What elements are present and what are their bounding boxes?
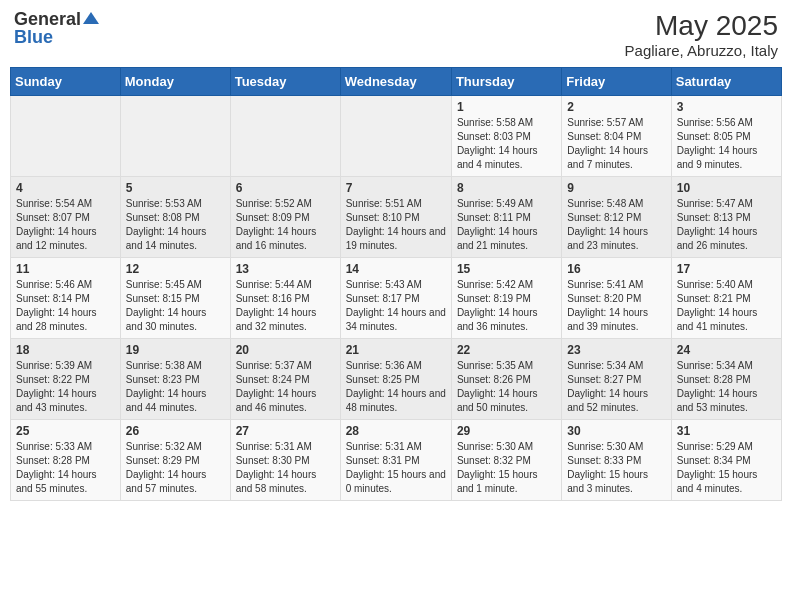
day-number: 5 xyxy=(126,181,225,195)
day-detail: Sunrise: 5:38 AM Sunset: 8:23 PM Dayligh… xyxy=(126,359,225,415)
week-row-1: 1Sunrise: 5:58 AM Sunset: 8:03 PM Daylig… xyxy=(11,96,782,177)
day-number: 8 xyxy=(457,181,556,195)
day-header-monday: Monday xyxy=(120,68,230,96)
calendar-cell: 27Sunrise: 5:31 AM Sunset: 8:30 PM Dayli… xyxy=(230,420,340,501)
day-header-friday: Friday xyxy=(562,68,671,96)
day-detail: Sunrise: 5:45 AM Sunset: 8:15 PM Dayligh… xyxy=(126,278,225,334)
day-number: 18 xyxy=(16,343,115,357)
day-number: 14 xyxy=(346,262,446,276)
calendar-cell: 21Sunrise: 5:36 AM Sunset: 8:25 PM Dayli… xyxy=(340,339,451,420)
day-detail: Sunrise: 5:29 AM Sunset: 8:34 PM Dayligh… xyxy=(677,440,776,496)
calendar-cell: 13Sunrise: 5:44 AM Sunset: 8:16 PM Dayli… xyxy=(230,258,340,339)
calendar-cell: 26Sunrise: 5:32 AM Sunset: 8:29 PM Dayli… xyxy=(120,420,230,501)
day-number: 25 xyxy=(16,424,115,438)
day-detail: Sunrise: 5:39 AM Sunset: 8:22 PM Dayligh… xyxy=(16,359,115,415)
calendar-cell xyxy=(11,96,121,177)
day-detail: Sunrise: 5:58 AM Sunset: 8:03 PM Dayligh… xyxy=(457,116,556,172)
logo-general: General xyxy=(14,10,81,28)
day-detail: Sunrise: 5:51 AM Sunset: 8:10 PM Dayligh… xyxy=(346,197,446,253)
day-number: 30 xyxy=(567,424,665,438)
calendar-cell: 9Sunrise: 5:48 AM Sunset: 8:12 PM Daylig… xyxy=(562,177,671,258)
day-number: 2 xyxy=(567,100,665,114)
day-number: 9 xyxy=(567,181,665,195)
day-number: 28 xyxy=(346,424,446,438)
day-header-tuesday: Tuesday xyxy=(230,68,340,96)
day-number: 26 xyxy=(126,424,225,438)
week-row-3: 11Sunrise: 5:46 AM Sunset: 8:14 PM Dayli… xyxy=(11,258,782,339)
calendar-header-row: SundayMondayTuesdayWednesdayThursdayFrid… xyxy=(11,68,782,96)
calendar-cell: 11Sunrise: 5:46 AM Sunset: 8:14 PM Dayli… xyxy=(11,258,121,339)
page-header: General Blue May 2025 Pagliare, Abruzzo,… xyxy=(10,10,782,59)
day-number: 6 xyxy=(236,181,335,195)
day-number: 4 xyxy=(16,181,115,195)
calendar-cell xyxy=(120,96,230,177)
calendar-cell: 19Sunrise: 5:38 AM Sunset: 8:23 PM Dayli… xyxy=(120,339,230,420)
day-detail: Sunrise: 5:30 AM Sunset: 8:33 PM Dayligh… xyxy=(567,440,665,496)
day-number: 7 xyxy=(346,181,446,195)
day-detail: Sunrise: 5:44 AM Sunset: 8:16 PM Dayligh… xyxy=(236,278,335,334)
day-detail: Sunrise: 5:37 AM Sunset: 8:24 PM Dayligh… xyxy=(236,359,335,415)
day-detail: Sunrise: 5:31 AM Sunset: 8:31 PM Dayligh… xyxy=(346,440,446,496)
day-detail: Sunrise: 5:56 AM Sunset: 8:05 PM Dayligh… xyxy=(677,116,776,172)
day-number: 17 xyxy=(677,262,776,276)
day-detail: Sunrise: 5:47 AM Sunset: 8:13 PM Dayligh… xyxy=(677,197,776,253)
calendar-cell: 7Sunrise: 5:51 AM Sunset: 8:10 PM Daylig… xyxy=(340,177,451,258)
day-detail: Sunrise: 5:30 AM Sunset: 8:32 PM Dayligh… xyxy=(457,440,556,496)
day-number: 11 xyxy=(16,262,115,276)
day-detail: Sunrise: 5:53 AM Sunset: 8:08 PM Dayligh… xyxy=(126,197,225,253)
title-area: May 2025 Pagliare, Abruzzo, Italy xyxy=(625,10,778,59)
day-header-wednesday: Wednesday xyxy=(340,68,451,96)
logo-text: General Blue xyxy=(14,10,99,46)
day-detail: Sunrise: 5:32 AM Sunset: 8:29 PM Dayligh… xyxy=(126,440,225,496)
day-number: 23 xyxy=(567,343,665,357)
logo: General Blue xyxy=(14,10,99,46)
logo-blue: Blue xyxy=(14,27,53,47)
calendar-cell: 17Sunrise: 5:40 AM Sunset: 8:21 PM Dayli… xyxy=(671,258,781,339)
calendar-table: SundayMondayTuesdayWednesdayThursdayFrid… xyxy=(10,67,782,501)
calendar-cell: 16Sunrise: 5:41 AM Sunset: 8:20 PM Dayli… xyxy=(562,258,671,339)
month-title: May 2025 xyxy=(625,10,778,42)
day-number: 22 xyxy=(457,343,556,357)
day-header-sunday: Sunday xyxy=(11,68,121,96)
day-detail: Sunrise: 5:40 AM Sunset: 8:21 PM Dayligh… xyxy=(677,278,776,334)
day-number: 3 xyxy=(677,100,776,114)
day-detail: Sunrise: 5:36 AM Sunset: 8:25 PM Dayligh… xyxy=(346,359,446,415)
week-row-5: 25Sunrise: 5:33 AM Sunset: 8:28 PM Dayli… xyxy=(11,420,782,501)
week-row-2: 4Sunrise: 5:54 AM Sunset: 8:07 PM Daylig… xyxy=(11,177,782,258)
day-number: 1 xyxy=(457,100,556,114)
calendar-cell: 30Sunrise: 5:30 AM Sunset: 8:33 PM Dayli… xyxy=(562,420,671,501)
week-row-4: 18Sunrise: 5:39 AM Sunset: 8:22 PM Dayli… xyxy=(11,339,782,420)
calendar-cell: 15Sunrise: 5:42 AM Sunset: 8:19 PM Dayli… xyxy=(451,258,561,339)
calendar-cell: 18Sunrise: 5:39 AM Sunset: 8:22 PM Dayli… xyxy=(11,339,121,420)
calendar-cell: 28Sunrise: 5:31 AM Sunset: 8:31 PM Dayli… xyxy=(340,420,451,501)
day-header-thursday: Thursday xyxy=(451,68,561,96)
calendar-cell: 8Sunrise: 5:49 AM Sunset: 8:11 PM Daylig… xyxy=(451,177,561,258)
calendar-cell: 23Sunrise: 5:34 AM Sunset: 8:27 PM Dayli… xyxy=(562,339,671,420)
day-detail: Sunrise: 5:42 AM Sunset: 8:19 PM Dayligh… xyxy=(457,278,556,334)
calendar-cell: 10Sunrise: 5:47 AM Sunset: 8:13 PM Dayli… xyxy=(671,177,781,258)
day-detail: Sunrise: 5:48 AM Sunset: 8:12 PM Dayligh… xyxy=(567,197,665,253)
day-detail: Sunrise: 5:34 AM Sunset: 8:27 PM Dayligh… xyxy=(567,359,665,415)
calendar-cell: 22Sunrise: 5:35 AM Sunset: 8:26 PM Dayli… xyxy=(451,339,561,420)
day-detail: Sunrise: 5:31 AM Sunset: 8:30 PM Dayligh… xyxy=(236,440,335,496)
calendar-body: 1Sunrise: 5:58 AM Sunset: 8:03 PM Daylig… xyxy=(11,96,782,501)
day-number: 13 xyxy=(236,262,335,276)
day-number: 19 xyxy=(126,343,225,357)
day-number: 27 xyxy=(236,424,335,438)
day-detail: Sunrise: 5:57 AM Sunset: 8:04 PM Dayligh… xyxy=(567,116,665,172)
day-detail: Sunrise: 5:35 AM Sunset: 8:26 PM Dayligh… xyxy=(457,359,556,415)
day-detail: Sunrise: 5:52 AM Sunset: 8:09 PM Dayligh… xyxy=(236,197,335,253)
day-number: 31 xyxy=(677,424,776,438)
day-detail: Sunrise: 5:54 AM Sunset: 8:07 PM Dayligh… xyxy=(16,197,115,253)
calendar-cell: 12Sunrise: 5:45 AM Sunset: 8:15 PM Dayli… xyxy=(120,258,230,339)
day-number: 16 xyxy=(567,262,665,276)
day-detail: Sunrise: 5:41 AM Sunset: 8:20 PM Dayligh… xyxy=(567,278,665,334)
calendar-cell: 6Sunrise: 5:52 AM Sunset: 8:09 PM Daylig… xyxy=(230,177,340,258)
day-number: 21 xyxy=(346,343,446,357)
calendar-cell xyxy=(230,96,340,177)
day-detail: Sunrise: 5:43 AM Sunset: 8:17 PM Dayligh… xyxy=(346,278,446,334)
calendar-cell: 29Sunrise: 5:30 AM Sunset: 8:32 PM Dayli… xyxy=(451,420,561,501)
svg-marker-0 xyxy=(83,12,99,24)
day-detail: Sunrise: 5:49 AM Sunset: 8:11 PM Dayligh… xyxy=(457,197,556,253)
calendar-cell: 2Sunrise: 5:57 AM Sunset: 8:04 PM Daylig… xyxy=(562,96,671,177)
